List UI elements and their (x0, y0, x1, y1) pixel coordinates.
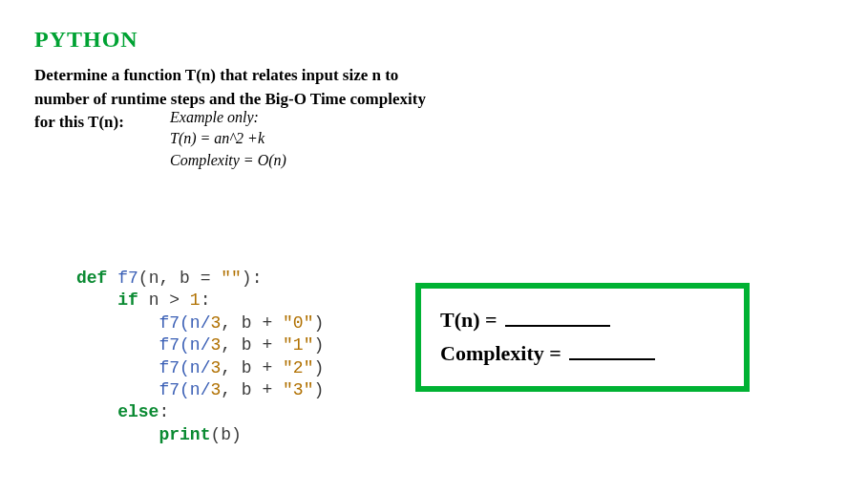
answer-cx-blank[interactable] (569, 335, 655, 360)
default-str: "" (221, 269, 242, 288)
call2-3: 3 (210, 358, 221, 377)
kw-print: print (159, 425, 210, 444)
prompt-line-1: Determine a function T(n) that relates i… (34, 66, 398, 84)
call3-pre: f7(n/ (159, 380, 210, 399)
num-one: 1 (190, 291, 201, 310)
call3-3: 3 (210, 380, 221, 399)
prompt-line-2: number of runtime steps and the Big-O Ti… (34, 90, 426, 108)
cond-sp (180, 291, 190, 310)
answer-cx-line: Complexity = (440, 335, 725, 369)
answer-tn-blank[interactable] (505, 302, 610, 327)
call1-str: "1" (283, 335, 313, 355)
kw-def: def (76, 269, 107, 288)
fn-name: f7 (117, 269, 138, 288)
kw-else: else (117, 402, 159, 421)
example-tn: T(n) = an^2 +k (170, 128, 286, 149)
call2-pre: f7(n/ (159, 358, 210, 377)
op-gt: > (169, 291, 180, 310)
call2-end: ) (313, 358, 324, 377)
call0-3: 3 (210, 313, 221, 333)
cond-n: n (138, 291, 169, 310)
example-complexity: Complexity = O(n) (170, 150, 286, 171)
prompt-line-3: for this T(n): (34, 113, 124, 131)
call3-end: ) (313, 380, 324, 399)
sig-close: ): (242, 269, 263, 288)
else-colon: : (159, 402, 169, 421)
call1-3: 3 (210, 335, 221, 355)
call3-mid: , b + (221, 380, 283, 399)
answer-tn-line: T(n) = (440, 302, 725, 335)
call2-mid: , b + (221, 358, 283, 377)
example-block: Example only: T(n) = an^2 +k Complexity … (170, 107, 286, 171)
if-colon: : (201, 291, 211, 310)
answer-cx-label: Complexity = (440, 337, 561, 369)
answer-tn-label: T(n) = (440, 304, 498, 335)
example-caption: Example only: (170, 107, 286, 128)
call0-end: ) (313, 313, 324, 333)
print-arg: (b) (210, 425, 241, 444)
question-prompt: Determine a function T(n) that relates i… (34, 64, 569, 135)
call0-mid: , b + (221, 313, 283, 333)
code-snippet: def f7(n, b = ""): if n > 1: f7(n/3, b +… (76, 268, 324, 446)
kw-if: if (117, 291, 138, 310)
call0-pre: f7(n/ (159, 313, 210, 333)
language-heading: PYTHON (34, 27, 834, 53)
slide: PYTHON Determine a function T(n) that re… (0, 0, 868, 161)
sig-open: (n, b = (138, 269, 221, 288)
call0-str: "0" (283, 313, 313, 333)
call2-str: "2" (283, 358, 313, 377)
answer-box: T(n) = Complexity = (415, 283, 750, 392)
call1-pre: f7(n/ (159, 335, 210, 355)
call1-mid: , b + (221, 335, 283, 355)
call1-end: ) (313, 335, 324, 355)
call3-str: "3" (283, 380, 313, 399)
